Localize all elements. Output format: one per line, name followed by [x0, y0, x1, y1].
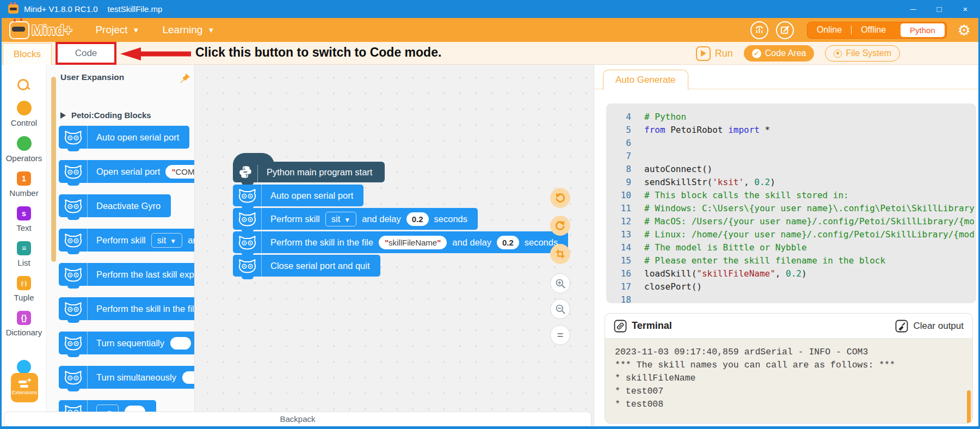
sidebar-item-tuple[interactable]: (·) Tuple [2, 276, 46, 302]
block-auto-open-serial-port[interactable]: Auto open serial port [233, 185, 363, 206]
sidebar-item-control[interactable]: Control [2, 101, 46, 127]
block-perform-skill-in-file[interactable]: Perform the skill in the file" skillFile… [233, 231, 568, 253]
block-dropdown[interactable]: sit▼ [151, 233, 182, 248]
palette-scrollbar[interactable] [51, 77, 56, 262]
center-blocks-button[interactable]: = [550, 325, 570, 345]
backpack-bar[interactable]: Backpack [4, 412, 591, 426]
tab-auto-generate[interactable]: Auto Generate [603, 70, 688, 90]
clear-output-icon [895, 320, 908, 333]
block-auto-open-serial-port[interactable]: Auto open serial port [59, 126, 189, 149]
terminal-title: Terminal [632, 320, 672, 332]
radio-icon [834, 50, 842, 58]
screenshot-crop-button[interactable] [550, 244, 570, 264]
petoi-cat-icon [59, 263, 88, 286]
pin-icon[interactable] [179, 72, 191, 84]
block-text: Perform the skill in the file [96, 304, 195, 314]
chevron-down-icon: ▼ [207, 26, 214, 34]
settings-gear-icon[interactable]: ⚙ [958, 22, 971, 39]
search-icon[interactable] [17, 79, 30, 92]
community-icon[interactable] [750, 21, 768, 39]
file-system-button[interactable]: File System [825, 45, 900, 62]
block-text-input[interactable]: " skillFileName " [379, 236, 447, 249]
sidebar-item-number[interactable]: 1 Number [2, 171, 46, 198]
code-line: 14# The model is Bittle or Nybble [606, 241, 976, 254]
red-arrow-annotation [119, 47, 191, 61]
block-workspace[interactable]: Python main program start Auto open seri… [195, 65, 594, 426]
code-line: 16loadSkill("skillFileName", 0.2) [606, 267, 976, 280]
terminal-line: * test007 [615, 385, 963, 398]
terminal-line: * skillFileName [615, 372, 963, 385]
terminal-output[interactable]: 2023-11-03 09:17:40,859 ardSerial - INFO… [605, 339, 972, 424]
block-text: Auto open serial port [270, 191, 353, 201]
block-text: Deactivate Gyro [96, 201, 161, 211]
tab-code[interactable]: Code [75, 48, 97, 59]
sidebar-item-dictionary[interactable]: {} Dictionary [2, 311, 46, 337]
block-turn-simultaneously[interactable]: Turn simultaneouslyand de [59, 366, 195, 389]
code-area-button[interactable]: ✓ Code Area [744, 45, 815, 62]
code-line: 18 [606, 293, 976, 303]
mode-python[interactable]: Python [901, 23, 945, 37]
terminal-card: Terminal Clear output 2023-11-03 09:17:4… [605, 313, 973, 424]
mode-online[interactable]: Online [808, 25, 851, 35]
block-perform-last-skill-exported[interactable]: Perform the last skill exported fro [59, 263, 195, 286]
sidebar-item-operators[interactable]: Operators [2, 136, 46, 163]
block-text: and delay [362, 214, 401, 224]
block-boolean-slot[interactable] [182, 371, 195, 384]
control-icon [17, 101, 32, 115]
block-turn-sequentially[interactable]: Turn sequentiallyand delay [59, 332, 195, 354]
sidebar-item-list[interactable]: ≡ List [2, 241, 46, 267]
petoi-cat-icon [59, 297, 88, 320]
feedback-edit-icon[interactable] [776, 21, 794, 39]
sidebar-item-text[interactable]: s Text [2, 206, 46, 232]
mindplus-logo-icon [9, 21, 29, 39]
run-button[interactable]: Run [696, 46, 733, 61]
block-text: Close serial port and quit [270, 261, 370, 271]
redo-button[interactable] [550, 216, 570, 236]
undo-button[interactable] [550, 188, 570, 208]
terminal-line: *** The skill names you can call are as … [615, 359, 963, 372]
block-perform-skill[interactable]: Perform skillsit▼and delay [59, 229, 195, 252]
code-line: 13# Linux: /home/{your user name}/.confi… [606, 228, 976, 241]
block-number-input[interactable]: 0.2 [406, 212, 429, 226]
block-text: and delay [452, 237, 491, 248]
petoi-cat-icon [233, 185, 262, 206]
menu-learning[interactable]: Learning▼ [162, 24, 214, 36]
palette-block-list: Auto open serial portOpen serial port" C… [59, 126, 195, 426]
close-button[interactable]: × [952, 0, 978, 18]
clear-output-button[interactable]: Clear output [913, 321, 964, 332]
block-deactivate-gyro[interactable]: Deactivate Gyro [59, 194, 171, 217]
palette-header: User Expansion [60, 72, 124, 82]
block-close-serial-port-and-quit[interactable]: Close serial port and quit [233, 255, 380, 277]
block-perform-skill-in-file[interactable]: Perform the skill in the file" skil [59, 297, 195, 320]
palette-group-header[interactable]: Petoi:Coding Blocks [60, 111, 151, 120]
chevron-down-icon: ▼ [344, 216, 350, 224]
chevron-down-icon: ▼ [133, 26, 140, 34]
triangle-icon [60, 112, 66, 119]
block-text-input[interactable]: " COM3 "▼ [165, 165, 195, 179]
menu-project[interactable]: Project▼ [95, 24, 139, 36]
block-text: Auto open serial port [96, 132, 179, 143]
zoom-out-button[interactable] [550, 299, 570, 319]
petoi-cat-icon [59, 194, 88, 217]
terminal-scrollbar[interactable] [967, 390, 971, 424]
extensions-button[interactable]: Extensions [11, 373, 38, 402]
block-dropdown[interactable]: sit▼ [325, 212, 356, 226]
block-number-input[interactable]: 0.2 [497, 236, 519, 249]
chevron-down-icon: ▼ [170, 237, 176, 245]
block-perform-skill[interactable]: Perform skillsit▼and delay0.2seconds [233, 208, 478, 230]
block-text: Perform skill [96, 235, 146, 246]
python-main-hat-block[interactable]: Python main program start [233, 162, 385, 182]
block-boolean-slot[interactable] [170, 337, 191, 350]
terminal-header: Terminal Clear output [605, 314, 972, 339]
petoi-cat-icon [59, 160, 88, 183]
zoom-in-button[interactable] [550, 273, 570, 293]
mode-offline[interactable]: Offline [852, 25, 895, 35]
block-open-serial-port[interactable]: Open serial port" COM3 "▼ [59, 160, 195, 183]
minimize-button[interactable]: ─ [900, 0, 926, 18]
block-text: Turn simultaneously [96, 372, 176, 383]
maximize-button[interactable]: □ [926, 0, 952, 18]
category-sidebar: Control Operators 1 Number s Text ≡ List… [2, 65, 47, 426]
code-panel: Auto Generate 4# Python5from PetoiRobot … [594, 65, 978, 426]
code-editor[interactable]: 4# Python5from PetoiRobot import *678aut… [606, 103, 976, 303]
tab-blocks[interactable]: Blocks [3, 43, 52, 65]
